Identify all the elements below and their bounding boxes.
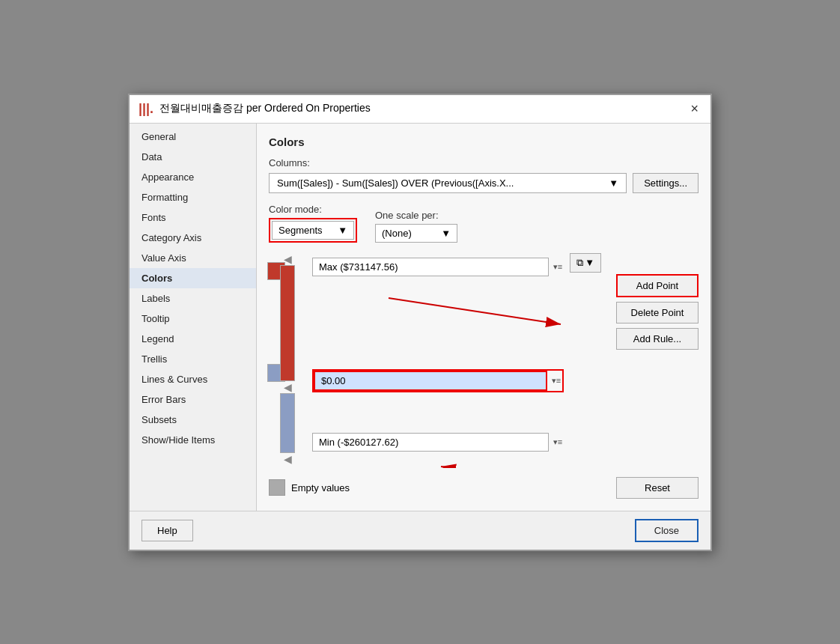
sidebar-item-legend[interactable]: Legend (130, 329, 256, 349)
copy-icon: ⧉ (576, 257, 583, 269)
mid-arrow-marker[interactable]: ◀ (284, 381, 292, 393)
panel-title: Colors (269, 136, 699, 148)
columns-dropdown-arrow: ▼ (609, 177, 618, 189)
copy-dropdown-arrow: ▼ (585, 257, 594, 268)
color-mode-select[interactable]: Segments ▼ (272, 221, 354, 240)
one-scale-group: One scale per: (None) ▼ (375, 210, 457, 243)
columns-label: Columns: (269, 157, 699, 168)
bottom-arrow-marker[interactable]: ◀ (284, 453, 292, 465)
sidebar-item-error-bars[interactable]: Error Bars (130, 389, 256, 410)
columns-row: Sum([Sales]) - Sum([Sales]) OVER (Previo… (269, 173, 699, 193)
right-buttons: Add Point Delete Point Add Rule... (616, 274, 699, 350)
color-mode-box: Segments ▼ (269, 218, 357, 243)
copy-button[interactable]: ⧉ ▼ (570, 253, 601, 273)
one-scale-value: (None) (382, 228, 412, 239)
sidebar-item-general[interactable]: General (130, 127, 256, 147)
title-close-button[interactable]: × (687, 102, 701, 115)
empty-values-swatch[interactable] (269, 479, 285, 496)
min-row: ▾≡ (312, 433, 564, 452)
color-bar-top (280, 265, 295, 381)
title-bar: |||. 전월대비매출증감 per Ordered On Properties … (130, 95, 710, 124)
max-input[interactable] (312, 258, 549, 276)
color-bar-bottom (280, 393, 295, 453)
columns-dropdown-value: Sum([Sales]) - Sum([Sales]) OVER (Previo… (277, 177, 514, 189)
footer: Help Close (130, 511, 710, 550)
app-icon: |||. (139, 101, 153, 117)
title-bar-left: |||. 전월대비매출증감 per Ordered On Properties (139, 101, 371, 117)
scale-rows: ▾≡ ▾≡ ▾≡ (312, 253, 564, 455)
sidebar-item-category-axis[interactable]: Category Axis (130, 228, 256, 248)
max-row: ▾≡ (312, 258, 564, 276)
sidebar-item-data[interactable]: Data (130, 147, 256, 167)
max-menu-btn[interactable]: ▾≡ (552, 261, 564, 273)
mid-menu-btn[interactable]: ▾≡ (550, 374, 562, 387)
spacer-1 (312, 279, 564, 369)
color-mode-group: Color mode: Segments ▼ (269, 204, 357, 243)
sidebar-item-formatting[interactable]: Formatting (130, 187, 256, 207)
mid-row: ▾≡ (312, 369, 564, 392)
dialog-body: General Data Appearance Formatting Fonts… (130, 124, 710, 511)
sidebar-item-trellis[interactable]: Trellis (130, 349, 256, 369)
help-button[interactable]: Help (141, 520, 193, 541)
svg-line-2 (441, 467, 486, 468)
one-scale-select[interactable]: (None) ▼ (375, 224, 457, 243)
reset-button[interactable]: Reset (616, 477, 699, 499)
color-mode-row: Color mode: Segments ▼ One scale per: (N… (269, 204, 699, 243)
add-point-button[interactable]: Add Point (616, 274, 699, 297)
sidebar-item-lines-curves[interactable]: Lines & Curves (130, 369, 256, 389)
delete-point-button[interactable]: Delete Point (616, 302, 699, 323)
close-dialog-button[interactable]: Close (635, 519, 699, 542)
sidebar-item-tooltip[interactable]: Tooltip (130, 309, 256, 329)
mid-input[interactable] (314, 371, 547, 391)
empty-values-label: Empty values (291, 482, 350, 493)
one-scale-label: One scale per: (375, 210, 457, 221)
sidebar-item-colors[interactable]: Colors (130, 268, 256, 288)
sidebar-item-fonts[interactable]: Fonts (130, 207, 256, 228)
spacer-2 (312, 395, 564, 433)
min-input[interactable] (312, 433, 549, 452)
main-panel: Colors Columns: Sum([Sales]) - Sum([Sale… (257, 124, 710, 511)
sidebar-item-labels[interactable]: Labels (130, 288, 256, 309)
one-scale-arrow: ▼ (441, 228, 451, 239)
settings-button[interactable]: Settings... (633, 173, 699, 193)
sidebar: General Data Appearance Formatting Fonts… (130, 124, 257, 511)
sidebar-item-appearance[interactable]: Appearance (130, 167, 256, 187)
sidebar-item-subsets[interactable]: Subsets (130, 410, 256, 430)
columns-dropdown[interactable]: Sum([Sales]) - Sum([Sales]) OVER (Previo… (269, 173, 627, 193)
sidebar-item-show-hide[interactable]: Show/Hide Items (130, 430, 256, 450)
properties-dialog: |||. 전월대비매출증감 per Ordered On Properties … (128, 94, 712, 551)
min-menu-btn[interactable]: ▾≡ (552, 436, 564, 449)
add-rule-button[interactable]: Add Rule... (616, 328, 699, 350)
dialog-title: 전월대비매출증감 per Ordered On Properties (159, 102, 371, 115)
color-mode-label: Color mode: (269, 204, 357, 215)
color-mode-value: Segments (279, 225, 323, 236)
empty-values-row: Empty values Reset (269, 477, 699, 499)
copy-area: ⧉ ▼ (570, 253, 601, 273)
sidebar-item-value-axis[interactable]: Value Axis (130, 248, 256, 268)
color-mode-arrow: ▼ (338, 225, 347, 236)
